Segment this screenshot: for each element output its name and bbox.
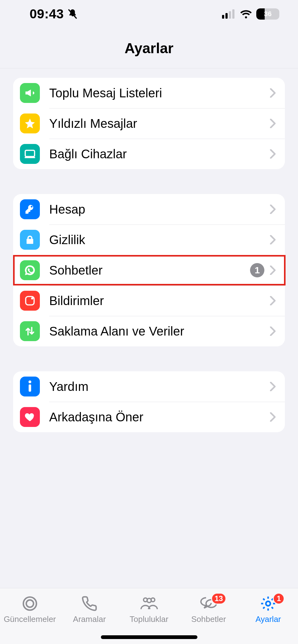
tab-label: Güncellemeler [4, 614, 56, 624]
heart-icon [20, 407, 40, 427]
phone-icon [81, 595, 97, 613]
chevron-right-icon [269, 266, 277, 274]
svg-rect-8 [29, 384, 31, 391]
row-label: Gizlilik [49, 233, 269, 247]
row-label: Saklama Alanı ve Veriler [49, 324, 269, 338]
svg-rect-1 [225, 13, 228, 19]
row-label: Bağlı Cihazlar [49, 147, 269, 161]
svg-point-15 [266, 601, 270, 606]
lock-icon [20, 230, 40, 250]
community-icon [139, 595, 159, 613]
tab-chats[interactable]: 13 Sohbetler [179, 595, 238, 624]
mute-icon [67, 8, 78, 20]
status-time-area: 09:43 [30, 7, 78, 21]
battery-percent: 36 [256, 8, 279, 20]
home-indicator [101, 635, 197, 639]
battery-indicator: 36 [256, 8, 279, 20]
tab-label: Sohbetler [191, 614, 226, 624]
settings-group-2: Yardım Arkadaşına Öner [13, 371, 285, 432]
svg-rect-0 [222, 15, 224, 19]
chevron-right-icon [269, 327, 277, 335]
nav-bar: Ayarlar [0, 28, 298, 68]
chevron-right-icon [269, 150, 277, 158]
status-icons: 36 [222, 8, 279, 20]
svg-point-6 [31, 297, 33, 299]
gear-icon: 1 [260, 595, 277, 613]
tab-label: Ayarlar [255, 614, 281, 624]
page-title: Ayarlar [125, 40, 173, 57]
tab-badge: 1 [273, 593, 285, 605]
settings-group-0: Toplu Mesaj Listeleri Yıldızlı Mesajlar … [13, 78, 285, 169]
settings-group-1: Hesap Gizlilik Sohbetler 1 [13, 194, 285, 346]
svg-rect-3 [232, 9, 234, 19]
row-account[interactable]: Hesap [13, 194, 285, 225]
tab-calls[interactable]: Aramalar [59, 595, 119, 624]
row-label: Arkadaşına Öner [49, 410, 269, 424]
chevron-right-icon [269, 236, 277, 244]
svg-rect-2 [229, 11, 231, 19]
row-starred[interactable]: Yıldızlı Mesajlar [13, 108, 285, 139]
status-bar: 09:43 36 [0, 0, 298, 28]
chat-icon: 13 [199, 595, 218, 613]
chevron-right-icon [269, 413, 277, 421]
row-broadcast[interactable]: Toplu Mesaj Listeleri [13, 78, 285, 108]
row-linked-devices[interactable]: Bağlı Cihazlar [13, 139, 285, 169]
row-badge: 1 [250, 263, 264, 277]
settings-list: Toplu Mesaj Listeleri Yıldızlı Mesajlar … [0, 78, 298, 432]
notification-icon [20, 291, 40, 311]
chevron-right-icon [269, 119, 277, 127]
row-label: Yıldızlı Mesajlar [49, 117, 269, 131]
svg-point-10 [26, 600, 33, 607]
chevron-right-icon [269, 297, 277, 305]
tab-communities[interactable]: Topluluklar [119, 595, 179, 624]
svg-point-9 [23, 597, 36, 610]
tab-updates[interactable]: Güncellemeler [0, 595, 59, 624]
row-label: Toplu Mesaj Listeleri [49, 86, 269, 100]
tab-badge: 13 [211, 593, 226, 605]
row-label: Bildirimler [49, 294, 269, 308]
row-chats[interactable]: Sohbetler 1 [13, 255, 285, 285]
svg-point-7 [29, 381, 31, 383]
row-label: Sohbetler [49, 263, 250, 277]
megaphone-icon [20, 83, 40, 103]
row-privacy[interactable]: Gizlilik [13, 225, 285, 255]
star-icon [20, 114, 40, 133]
tab-settings[interactable]: 1 Ayarlar [239, 595, 298, 624]
chevron-right-icon [269, 382, 277, 391]
info-icon [20, 377, 40, 396]
tab-label: Aramalar [73, 614, 106, 624]
whatsapp-icon [20, 260, 40, 280]
cellular-icon [222, 9, 236, 19]
row-tell-a-friend[interactable]: Arkadaşına Öner [13, 402, 285, 432]
row-label: Hesap [49, 202, 269, 216]
status-time: 09:43 [30, 7, 64, 21]
status-icon [21, 595, 39, 613]
row-storage[interactable]: Saklama Alanı ve Veriler [13, 316, 285, 346]
row-notifications[interactable]: Bildirimler [13, 285, 285, 316]
chevron-right-icon [269, 89, 277, 97]
chevron-right-icon [269, 205, 277, 213]
tab-label: Topluluklar [130, 614, 168, 624]
wifi-icon [239, 9, 253, 19]
row-label: Yardım [49, 380, 269, 394]
key-icon [20, 199, 40, 219]
row-help[interactable]: Yardım [13, 371, 285, 402]
laptop-icon [20, 144, 40, 164]
updown-icon [20, 321, 40, 341]
svg-rect-4 [25, 150, 35, 156]
